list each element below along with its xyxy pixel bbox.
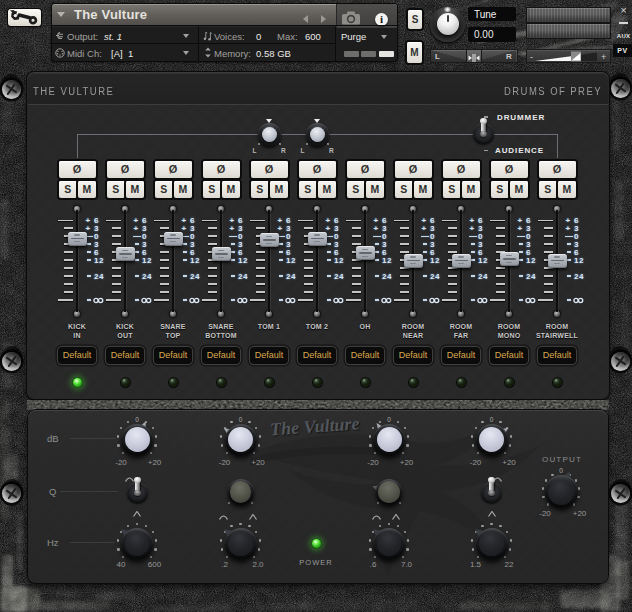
svg-text:+: + [601, 51, 606, 61]
svg-text:-: - [530, 51, 533, 61]
